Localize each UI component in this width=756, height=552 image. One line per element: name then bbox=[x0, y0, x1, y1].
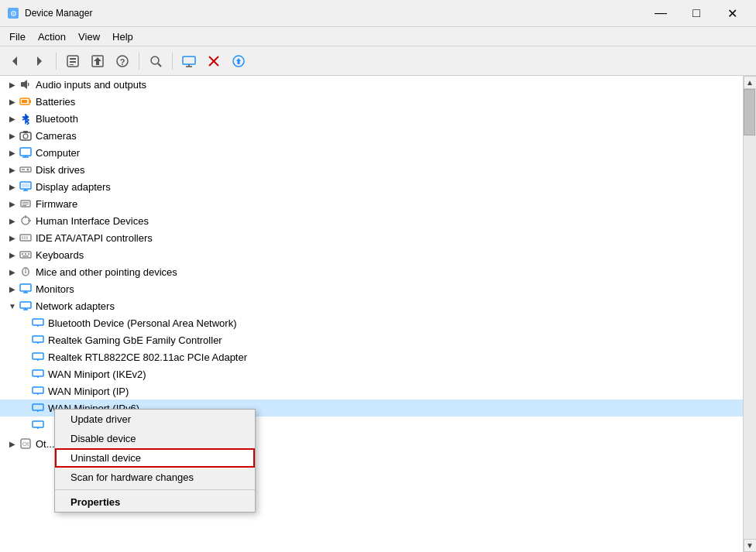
tree-item-net-realtek-gbe[interactable]: Realtek Gaming GbE Family Controller bbox=[0, 331, 743, 348]
tree-item-bluetooth[interactable]: ▶ Bluetooth bbox=[0, 110, 743, 127]
svg-point-12 bbox=[151, 57, 159, 64]
toggle-hid[interactable]: ▶ bbox=[6, 214, 19, 227]
back-button[interactable] bbox=[3, 50, 26, 73]
minimize-button[interactable]: — bbox=[643, 0, 679, 27]
svg-rect-21 bbox=[21, 82, 24, 87]
svg-point-57 bbox=[25, 272, 26, 273]
toggle-computer[interactable]: ▶ bbox=[6, 146, 19, 159]
toolbar-sep-3 bbox=[172, 53, 173, 70]
scroll-track[interactable] bbox=[744, 89, 757, 539]
install-button[interactable] bbox=[227, 50, 250, 73]
tree-item-computer[interactable]: ▶ Computer bbox=[0, 144, 743, 161]
icon-keyboards bbox=[19, 248, 33, 262]
svg-rect-42 bbox=[22, 205, 26, 206]
toggle-firmware[interactable]: ▶ bbox=[6, 197, 19, 210]
icon-net-wan-ip bbox=[31, 384, 45, 398]
tree-item-audio[interactable]: ▶ Audio inputs and outputs bbox=[0, 76, 743, 93]
tree-item-batteries[interactable]: ▶ Batteries bbox=[0, 93, 743, 110]
tree-item-ide[interactable]: ▶ IDE ATA/ATAPI controllers bbox=[0, 229, 743, 246]
update-driver-button[interactable] bbox=[86, 50, 109, 73]
icon-net-wan-ipv6 bbox=[31, 401, 45, 415]
toggle-other[interactable]: ▶ bbox=[6, 437, 19, 450]
tree-item-firmware[interactable]: ▶ Firmware bbox=[0, 195, 743, 212]
label-bluetooth: Bluetooth bbox=[36, 113, 78, 125]
svg-rect-61 bbox=[20, 302, 31, 308]
svg-rect-76 bbox=[33, 421, 43, 427]
icon-net-bt bbox=[31, 316, 45, 330]
svg-rect-74 bbox=[33, 404, 43, 410]
toggle-network[interactable]: ▼ bbox=[6, 300, 19, 312]
icon-bluetooth bbox=[19, 111, 33, 125]
remove-button[interactable] bbox=[202, 50, 225, 73]
toggle-batteries[interactable]: ▶ bbox=[6, 95, 19, 108]
svg-marker-9 bbox=[94, 57, 101, 65]
context-scan-hardware[interactable]: Scan for hardware changes bbox=[55, 468, 255, 487]
toggle-audio[interactable]: ▶ bbox=[6, 78, 19, 91]
properties-button[interactable] bbox=[61, 50, 84, 73]
label-net-wan-ip: WAN Miniport (IP) bbox=[48, 386, 129, 397]
toggle-net-bt bbox=[19, 317, 31, 329]
icon-net-wan-ikev2 bbox=[31, 367, 45, 381]
toolbar-sep-1 bbox=[56, 53, 57, 70]
scroll-up-button[interactable]: ▲ bbox=[744, 76, 757, 89]
tree-item-net-wan-ip[interactable]: WAN Miniport (IP) bbox=[0, 382, 743, 399]
label-mice: Mice and other pointing devices bbox=[36, 266, 177, 278]
label-disk: Disk drives bbox=[36, 164, 85, 176]
tree-item-mice[interactable]: ▶ Mice and other pointing devices bbox=[0, 263, 743, 280]
svg-rect-24 bbox=[22, 100, 27, 103]
scroll-down-button[interactable]: ▼ bbox=[744, 539, 757, 552]
toggle-net-realtek-gbe bbox=[19, 334, 31, 346]
label-other: Ot... bbox=[36, 438, 55, 450]
svg-marker-2 bbox=[12, 57, 17, 66]
close-button[interactable]: ✕ bbox=[714, 0, 750, 27]
tree-item-monitors[interactable]: ▶ Monitors bbox=[0, 280, 743, 297]
scroll-thumb[interactable] bbox=[744, 89, 755, 135]
context-uninstall-device[interactable]: Uninstall device bbox=[55, 448, 255, 468]
tree-item-net-wan-ikev2[interactable]: WAN Miniport (IKEv2) bbox=[0, 365, 743, 382]
context-disable-device[interactable]: Disable device bbox=[55, 429, 255, 448]
menu-file[interactable]: File bbox=[3, 29, 32, 44]
label-monitors: Monitors bbox=[36, 283, 74, 295]
help-button[interactable]: ? bbox=[111, 50, 134, 73]
toggle-disk[interactable]: ▶ bbox=[6, 163, 19, 176]
tree-item-keyboards[interactable]: ▶ Keyboards bbox=[0, 246, 743, 263]
menu-help[interactable]: Help bbox=[106, 29, 139, 44]
toggle-cameras[interactable]: ▶ bbox=[6, 129, 19, 142]
context-properties[interactable]: Properties bbox=[55, 492, 255, 512]
tree-item-disk[interactable]: ▶ Disk drives bbox=[0, 161, 743, 178]
maximize-button[interactable]: □ bbox=[679, 0, 714, 27]
context-update-driver[interactable]: Update driver bbox=[55, 410, 255, 429]
toggle-mice[interactable]: ▶ bbox=[6, 266, 19, 278]
svg-rect-29 bbox=[20, 148, 31, 156]
svg-line-13 bbox=[158, 63, 161, 67]
svg-text:⚙: ⚙ bbox=[10, 9, 17, 18]
toggle-ide[interactable]: ▶ bbox=[6, 231, 19, 244]
tree-item-net-bt[interactable]: Bluetooth Device (Personal Area Network) bbox=[0, 314, 743, 331]
menu-view[interactable]: View bbox=[72, 29, 106, 44]
icon-firmware bbox=[19, 197, 33, 211]
tree-item-network[interactable]: ▼ Network adapters bbox=[0, 297, 743, 314]
toggle-monitors[interactable]: ▶ bbox=[6, 283, 19, 295]
network-button[interactable] bbox=[177, 50, 201, 73]
svg-rect-28 bbox=[23, 131, 28, 133]
toggle-bluetooth[interactable]: ▶ bbox=[6, 112, 19, 125]
tree-item-cameras[interactable]: ▶ Cameras bbox=[0, 127, 743, 144]
tree-item-hid[interactable]: ▶ Human Interface Devices bbox=[0, 212, 743, 229]
app-icon: ⚙ bbox=[6, 6, 20, 20]
svg-rect-23 bbox=[29, 100, 31, 103]
context-separator bbox=[55, 489, 255, 490]
toggle-keyboards[interactable]: ▶ bbox=[6, 249, 19, 261]
toggle-net-realtek-wifi bbox=[19, 351, 31, 363]
icon-net-extra1 bbox=[31, 418, 45, 432]
svg-text:Ot: Ot bbox=[22, 441, 29, 447]
toggle-display[interactable]: ▶ bbox=[6, 180, 19, 193]
scan-button[interactable] bbox=[144, 50, 167, 73]
tree-item-net-realtek-wifi[interactable]: Realtek RTL8822CE 802.11ac PCIe Adapter bbox=[0, 348, 743, 365]
label-audio: Audio inputs and outputs bbox=[36, 79, 146, 91]
tree-item-display[interactable]: ▶ Display adapters bbox=[0, 178, 743, 195]
forward-button[interactable] bbox=[28, 50, 51, 73]
toggle-net-extra1 bbox=[19, 419, 31, 431]
toolbar: ? bbox=[0, 46, 756, 76]
menu-action[interactable]: Action bbox=[32, 29, 72, 44]
svg-rect-41 bbox=[22, 204, 29, 204]
